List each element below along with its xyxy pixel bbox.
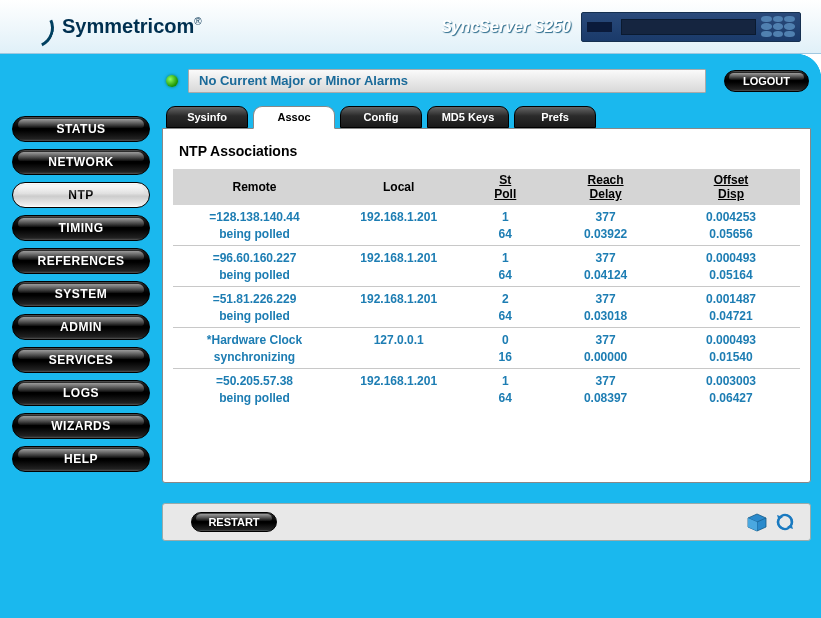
brand-swoosh-icon (20, 12, 60, 42)
associations-table: Remote Local StPoll ReachDelay OffsetDis… (173, 169, 800, 409)
table-row: being polled640.039220.05656 (173, 224, 800, 246)
nav-services[interactable]: SERVICES (12, 347, 150, 373)
nav-ntp[interactable]: NTP (12, 182, 150, 208)
table-row: *Hardware Clock127.0.0.103770.000493 (173, 328, 800, 348)
cell-reach: 377 (549, 287, 662, 307)
cell-offset: 0.003003 (662, 369, 800, 389)
alarm-banner: No Current Major or Minor Alarms (188, 69, 706, 93)
tab-prefs[interactable]: Prefs (514, 106, 596, 128)
logout-button[interactable]: LOGOUT (724, 70, 809, 92)
col-remote: Remote (173, 169, 336, 205)
cell-delay: 0.03018 (549, 306, 662, 328)
nav-logs[interactable]: LOGS (12, 380, 150, 406)
cell-remote: =128.138.140.44 (173, 205, 336, 224)
cell-reach: 377 (549, 205, 662, 224)
table-row: synchronizing160.000000.01540 (173, 347, 800, 369)
main-panel: NTP Associations Remote Local StPoll Rea… (162, 128, 811, 483)
cell-delay: 0.00000 (549, 347, 662, 369)
cell-st: 1 (461, 205, 549, 224)
cell-delay: 0.08397 (549, 388, 662, 409)
tab-assoc[interactable]: Assoc (253, 106, 335, 129)
restart-button[interactable]: RESTART (191, 512, 277, 532)
cell-poll: 64 (461, 388, 549, 409)
cell-local: 127.0.0.1 (336, 328, 461, 348)
table-row: =96.60.160.227192.168.1.20113770.000493 (173, 246, 800, 266)
cell-status: being polled (173, 388, 336, 409)
cell-offset: 0.000493 (662, 246, 800, 266)
nav-help[interactable]: HELP (12, 446, 150, 472)
table-row: =128.138.140.44192.168.1.20113770.004253 (173, 205, 800, 224)
cell-delay: 0.03922 (549, 224, 662, 246)
cell-status: synchronizing (173, 347, 336, 369)
cell-reach: 377 (549, 246, 662, 266)
cell-poll: 64 (461, 306, 549, 328)
nav-references[interactable]: REFERENCES (12, 248, 150, 274)
table-row: being polled640.083970.06427 (173, 388, 800, 409)
cell-disp: 0.01540 (662, 347, 800, 369)
col-offset-disp[interactable]: OffsetDisp (662, 169, 800, 205)
status-row: No Current Major or Minor Alarms LOGOUT (162, 66, 811, 96)
table-row: being polled640.030180.04721 (173, 306, 800, 328)
panel-title: NTP Associations (179, 143, 800, 159)
cell-disp: 0.06427 (662, 388, 800, 409)
cell-offset: 0.000493 (662, 328, 800, 348)
cell-local: 192.168.1.201 (336, 369, 461, 389)
tab-md5-keys[interactable]: MD5 Keys (427, 106, 509, 128)
cell-local: 192.168.1.201 (336, 205, 461, 224)
nav-status[interactable]: STATUS (12, 116, 150, 142)
cell-status: being polled (173, 306, 336, 328)
nav-network[interactable]: NETWORK (12, 149, 150, 175)
cell-disp: 0.05656 (662, 224, 800, 246)
cell-st: 1 (461, 369, 549, 389)
cell-st: 2 (461, 287, 549, 307)
cell-disp: 0.05164 (662, 265, 800, 287)
cell-remote: =96.60.160.227 (173, 246, 336, 266)
tab-sysinfo[interactable]: Sysinfo (166, 106, 248, 128)
nav-timing[interactable]: TIMING (12, 215, 150, 241)
cell-poll: 64 (461, 265, 549, 287)
sidebar: STATUSNETWORKNTPTIMINGREFERENCESSYSTEMAD… (10, 66, 158, 608)
tab-config[interactable]: Config (340, 106, 422, 128)
col-st-poll[interactable]: StPoll (461, 169, 549, 205)
tabs: SysinfoAssocConfigMD5 KeysPrefs (162, 106, 811, 129)
cell-disp: 0.04721 (662, 306, 800, 328)
header: Symmetricom® SyncServer S250 (0, 0, 821, 54)
cell-poll: 16 (461, 347, 549, 369)
cell-remote: =51.81.226.229 (173, 287, 336, 307)
cell-remote: =50.205.57.38 (173, 369, 336, 389)
product-box: SyncServer S250 (441, 12, 801, 42)
nav-system[interactable]: SYSTEM (12, 281, 150, 307)
cell-remote: *Hardware Clock (173, 328, 336, 348)
help-book-icon[interactable] (746, 512, 768, 532)
cell-offset: 0.004253 (662, 205, 800, 224)
cell-status: being polled (173, 265, 336, 287)
cell-status: being polled (173, 224, 336, 246)
footer-panel: RESTART (162, 503, 811, 541)
cell-local: 192.168.1.201 (336, 287, 461, 307)
cell-st: 0 (461, 328, 549, 348)
nav-admin[interactable]: ADMIN (12, 314, 150, 340)
cell-reach: 377 (549, 328, 662, 348)
cell-poll: 64 (461, 224, 549, 246)
brand-text: Symmetricom® (62, 15, 202, 38)
col-reach-delay[interactable]: ReachDelay (549, 169, 662, 205)
nav-wizards[interactable]: WIZARDS (12, 413, 150, 439)
table-row: being polled640.041240.05164 (173, 265, 800, 287)
cell-reach: 377 (549, 369, 662, 389)
device-image (581, 12, 801, 42)
cell-st: 1 (461, 246, 549, 266)
cell-offset: 0.001487 (662, 287, 800, 307)
table-row: =51.81.226.229192.168.1.20123770.001487 (173, 287, 800, 307)
cell-local: 192.168.1.201 (336, 246, 461, 266)
cell-delay: 0.04124 (549, 265, 662, 287)
product-name: SyncServer S250 (441, 18, 571, 36)
brand-logo: Symmetricom® (20, 0, 202, 53)
refresh-icon[interactable] (774, 512, 796, 532)
content: No Current Major or Minor Alarms LOGOUT … (158, 66, 811, 608)
alarm-led-icon (166, 75, 178, 87)
table-row: =50.205.57.38192.168.1.20113770.003003 (173, 369, 800, 389)
col-local: Local (336, 169, 461, 205)
